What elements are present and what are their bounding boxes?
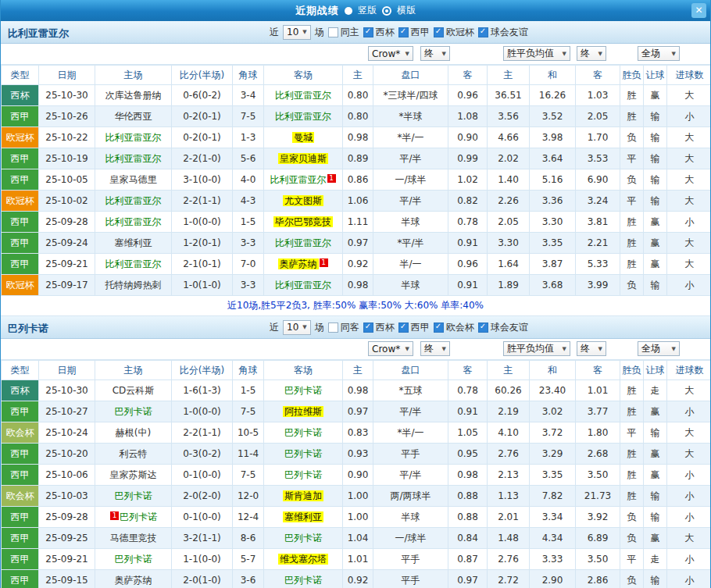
away-team-name[interactable]: 塞维利亚 <box>283 511 323 522</box>
home-team-name[interactable]: 皇家马德里 <box>110 174 157 185</box>
match-score: 1-0(0-0) <box>172 212 233 233</box>
home-team-name[interactable]: 巴列卡诺 <box>115 406 152 417</box>
filter-copa[interactable]: 西杯 <box>363 26 395 39</box>
filter-uecl[interactable]: 欧会杯 <box>434 321 474 334</box>
games-count-select[interactable]: 10 ▼ <box>283 320 311 335</box>
away-team-name[interactable]: 巴列卡诺 <box>284 533 322 543</box>
home-team-name[interactable]: CD云科斯 <box>113 385 155 396</box>
away-team-name[interactable]: 奥萨苏纳 <box>278 258 319 269</box>
home-team-name[interactable]: 比利亚雷亚尔 <box>105 216 162 227</box>
odds-company-select[interactable]: Crow*▼ <box>368 46 413 61</box>
competition-type-badge: 欧冠杯 <box>2 275 39 296</box>
away-team-name[interactable]: 皇家贝迪斯 <box>278 153 328 164</box>
away-team-name[interactable]: 比利亚雷亚尔 <box>275 90 331 101</box>
corners-count: 7-5 <box>233 106 264 127</box>
avg-odds-draw: 3.68 <box>530 275 576 296</box>
home-team-name[interactable]: 比利亚雷亚尔 <box>105 132 162 143</box>
home-team-name[interactable]: 巴列卡诺 <box>115 554 152 565</box>
avg-odds-home: 1.13 <box>488 486 530 507</box>
avg-odds-draw: 3.35 <box>530 233 576 254</box>
vertical-layout-radio[interactable] <box>345 7 352 15</box>
corners-count: 7-0 <box>233 254 264 275</box>
home-team-cell: 比利亚雷亚尔 <box>95 191 172 212</box>
away-team-name[interactable]: 阿拉维斯 <box>283 406 323 417</box>
close-icon[interactable]: ✕ <box>691 3 706 18</box>
away-team-name[interactable]: 巴列卡诺 <box>284 575 322 586</box>
home-team-cell: 比利亚雷亚尔 <box>95 254 172 275</box>
home-team-name[interactable]: 皇家苏斯达 <box>110 469 157 480</box>
away-team-name[interactable]: 斯肯迪加 <box>283 490 323 501</box>
avg-odds-away: 3.81 <box>576 212 620 233</box>
avg-final-select[interactable]: 终▼ <box>577 341 606 356</box>
handicap-odds-home: 0.86 <box>343 169 373 191</box>
home-team-name[interactable]: 巴列卡诺 <box>115 490 152 501</box>
home-team-name[interactable]: 利云特 <box>120 448 148 459</box>
home-team-name[interactable]: 奥萨苏纳 <box>115 575 152 586</box>
avg-odds-draw: 3.72 <box>530 422 576 444</box>
filter-friendly[interactable]: 球会友谊 <box>478 321 528 334</box>
home-team-name[interactable]: 赫根(中) <box>116 427 151 438</box>
handicap-odds-away: 1.08 <box>448 106 488 127</box>
away-team-cell: 尤文图斯 <box>264 191 343 212</box>
handicap-line: 半球 <box>373 212 448 233</box>
home-team-name[interactable]: 巴列卡诺 <box>120 511 157 522</box>
avg-odds-select[interactable]: 胜平负均值▼ <box>503 341 570 356</box>
filter-same-venue[interactable]: 同主 <box>328 26 359 39</box>
match-row: 欧会杯25-10-03巴列卡诺2-0(2-0)12-0斯肯迪加1.00两/两球半… <box>2 486 711 507</box>
handicap-odds-away: 0.88 <box>448 507 488 528</box>
scope-select[interactable]: 全场▼ <box>638 46 680 61</box>
away-team-name[interactable]: 巴列卡诺 <box>284 448 322 459</box>
corners-count: 1-5 <box>233 212 264 233</box>
away-team-name[interactable]: 巴列卡诺 <box>284 469 322 480</box>
filter-friendly[interactable]: 球会友谊 <box>478 26 528 39</box>
home-team-name[interactable]: 托特纳姆热刺 <box>105 280 162 290</box>
away-team-name[interactable]: 比利亚雷亚尔 <box>275 280 331 290</box>
checkbox <box>434 323 444 333</box>
games-count-select[interactable]: 10 ▼ <box>283 25 311 40</box>
filter-copa[interactable]: 西杯 <box>363 321 395 334</box>
match-score: 2-1(0-1) <box>172 254 233 275</box>
competition-type-badge: 西甲 <box>2 570 39 588</box>
odds-company-select[interactable]: Crow*▼ <box>368 341 413 356</box>
away-team-name[interactable]: 曼城 <box>292 132 314 143</box>
home-team-name[interactable]: 马德里竞技 <box>110 533 157 543</box>
horizontal-layout-radio[interactable] <box>382 6 391 16</box>
home-team-name[interactable]: 塞维利亚 <box>115 237 152 248</box>
away-team-name[interactable]: 比利亚雷亚尔 <box>270 174 327 185</box>
away-team-name[interactable]: 尤文图斯 <box>283 195 323 206</box>
away-team-name[interactable]: 维戈塞尔塔 <box>278 554 328 565</box>
match-score: 1-6(1-3) <box>172 380 233 401</box>
avg-final-select[interactable]: 终▼ <box>577 46 606 61</box>
away-team-name[interactable]: 巴列卡诺 <box>284 427 322 438</box>
filter-same-venue[interactable]: 同客 <box>328 321 359 334</box>
column-header: 主 <box>343 361 373 380</box>
handicap-result-indicator: 输 <box>644 191 667 212</box>
filter-laliga[interactable]: 西甲 <box>398 321 430 334</box>
home-team-name[interactable]: 次库达鲁册纳 <box>105 90 162 101</box>
result-indicator: 负 <box>620 169 644 191</box>
away-team-name[interactable]: 比利亚雷亚尔 <box>275 111 331 122</box>
scope-select[interactable]: 全场▼ <box>638 341 680 356</box>
home-team-name[interactable]: 比利亚雷亚尔 <box>105 258 162 269</box>
away-team-name[interactable]: 比利亚雷亚尔 <box>275 237 331 248</box>
odds-final-select[interactable]: 终▼ <box>420 46 450 61</box>
away-team-name[interactable]: 巴列卡诺 <box>284 385 322 396</box>
avg-odds-select[interactable]: 胜平负均值▼ <box>503 46 570 61</box>
handicap-odds-home: 0.97 <box>343 401 373 422</box>
handicap-odds-away: 0.97 <box>448 570 488 588</box>
filter-laliga[interactable]: 西甲 <box>398 26 430 39</box>
handicap-odds-home: 1.00 <box>343 507 373 528</box>
home-team-name[interactable]: 华伦西亚 <box>115 111 152 122</box>
odds-final-select[interactable]: 终▼ <box>420 341 450 356</box>
away-team-name[interactable]: 毕尔巴鄂竞技 <box>273 216 333 227</box>
competition-type-badge: 西甲 <box>2 169 39 191</box>
result-indicator: 胜 <box>620 106 644 127</box>
avg-odds-draw: 3.36 <box>530 191 576 212</box>
avg-odds-home: 3.30 <box>488 233 530 254</box>
home-team-name[interactable]: 比利亚雷亚尔 <box>105 195 162 206</box>
home-team-name[interactable]: 比利亚雷亚尔 <box>105 153 162 164</box>
horizontal-layout-label[interactable]: 横版 <box>397 4 416 17</box>
filter-ucl[interactable]: 欧冠杯 <box>434 26 474 39</box>
vertical-layout-label[interactable]: 竖版 <box>358 4 377 17</box>
avg-odds-away: 3.92 <box>576 507 620 528</box>
